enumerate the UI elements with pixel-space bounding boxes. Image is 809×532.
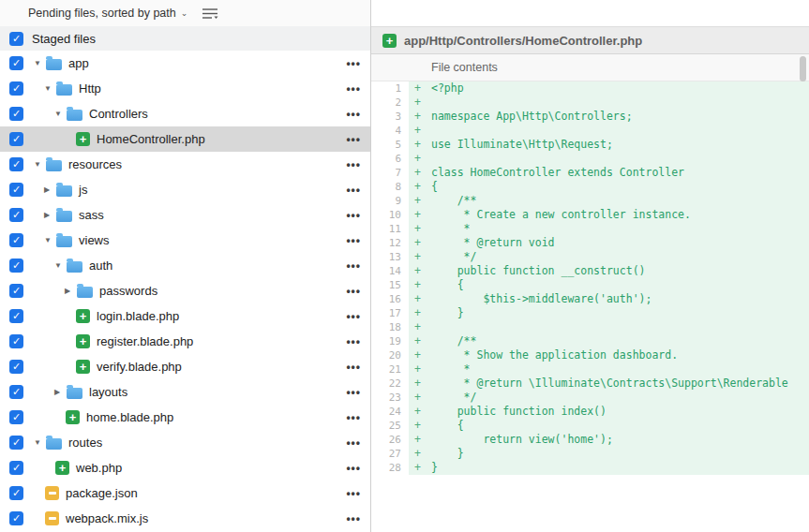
code-text: */ (426, 250, 476, 264)
scrollbar-thumb[interactable] (800, 56, 806, 81)
row-checkbox[interactable] (9, 107, 23, 121)
row-options-button[interactable] (346, 208, 361, 222)
row-options-button[interactable] (346, 385, 361, 399)
disclosure-triangle[interactable]: ▶ (65, 287, 77, 295)
row-checkbox[interactable] (9, 334, 23, 348)
row-options-button[interactable] (346, 157, 361, 171)
indent-spacer (23, 88, 44, 89)
row-options-button[interactable] (346, 486, 361, 500)
row-checkbox[interactable] (9, 461, 23, 475)
tree-row[interactable]: ▼ resources (0, 152, 370, 177)
disclosure-triangle[interactable]: ▼ (44, 236, 56, 244)
tree-row[interactable]: package.json (0, 480, 370, 506)
row-options-button[interactable] (346, 309, 361, 323)
row-options-button[interactable] (346, 360, 361, 374)
row-checkbox[interactable] (9, 410, 23, 424)
row-options-button[interactable] (346, 284, 361, 298)
indent-spacer (23, 518, 45, 519)
disclosure-triangle[interactable]: ▼ (34, 160, 46, 169)
row-options-button[interactable] (346, 259, 361, 273)
tree-item-label: HomeController.php (97, 132, 205, 146)
tree-row[interactable]: HomeController.php (0, 126, 370, 152)
added-status-icon (382, 34, 397, 48)
tree-row[interactable]: ▼ app (0, 51, 370, 76)
tree-row[interactable]: ▼ views (0, 228, 370, 253)
row-checkbox[interactable] (9, 56, 23, 70)
code-line: 17 + } (371, 306, 809, 320)
row-options-button[interactable] (346, 107, 361, 121)
row-options-button[interactable] (346, 511, 361, 525)
tree-row[interactable]: register.blade.php (0, 329, 370, 354)
row-checkbox[interactable] (9, 132, 23, 146)
view-options-button[interactable] (202, 7, 218, 20)
row-options-button[interactable] (346, 56, 361, 70)
row-options-button[interactable] (346, 233, 361, 247)
tree-row[interactable]: ▶ sass (0, 202, 370, 228)
tree-row[interactable]: verify.blade.php (0, 354, 370, 379)
tree-row[interactable]: web.php (0, 455, 370, 480)
row-options-button[interactable] (346, 410, 361, 424)
row-options-button[interactable] (346, 81, 361, 96)
tree-row[interactable]: webpack.mix.js (0, 506, 370, 531)
folder-icon (46, 438, 62, 450)
code-text: } (426, 461, 438, 475)
disclosure-triangle[interactable]: ▼ (34, 438, 46, 447)
indent-spacer (23, 290, 65, 291)
tree-row[interactable]: ▶ passwords (0, 278, 370, 303)
tree-row[interactable]: ▶ js (0, 177, 370, 202)
tree-row[interactable]: ▶ layouts (0, 379, 370, 405)
line-number: 9 (371, 194, 409, 208)
tree-row[interactable]: home.blade.php (0, 405, 370, 430)
row-options-button[interactable] (346, 436, 361, 450)
disclosure-triangle[interactable]: ▶ (44, 185, 56, 194)
row-checkbox[interactable] (9, 233, 23, 247)
row-options-button[interactable] (346, 132, 361, 146)
tree-row[interactable]: ▼ Controllers (0, 101, 370, 126)
tree-item-label: web.php (76, 461, 122, 475)
row-options-button[interactable] (346, 334, 361, 348)
disclosure-triangle[interactable]: ▶ (54, 388, 67, 396)
row-checkbox[interactable] (9, 183, 23, 197)
tree-row[interactable]: ▼ routes (0, 430, 370, 455)
line-number: 12 (371, 236, 409, 250)
code-line: 5 + use Illuminate\Http\Request; (371, 138, 809, 152)
row-options-button[interactable] (346, 461, 361, 475)
diff-line-body: + (409, 320, 809, 334)
file-path: app/Http/Controllers/HomeController.php (404, 34, 642, 48)
code-line: 18 + (371, 320, 809, 334)
tree-row[interactable]: login.blade.php (0, 303, 370, 329)
row-checkbox[interactable] (9, 309, 23, 323)
code-text (426, 152, 431, 166)
disclosure-triangle[interactable]: ▼ (34, 59, 46, 67)
row-checkbox[interactable] (9, 511, 23, 525)
disclosure-triangle[interactable]: ▼ (44, 84, 56, 93)
row-checkbox[interactable] (9, 360, 23, 374)
tree-row[interactable]: ▼ auth (0, 253, 370, 278)
row-checkbox[interactable] (9, 385, 23, 399)
disclosure-triangle[interactable]: ▶ (44, 211, 56, 219)
diff-add-sign: + (409, 433, 426, 447)
folder-icon (56, 84, 72, 96)
row-checkbox[interactable] (9, 157, 23, 171)
diff-line-body: + * @return \Illuminate\Contracts\Suppor… (409, 377, 809, 391)
indent-spacer (23, 63, 34, 64)
disclosure-triangle[interactable]: ▼ (54, 110, 67, 118)
diff-add-sign: + (409, 222, 426, 236)
code-text: <?php (426, 81, 464, 96)
sort-dropdown[interactable]: Pending files, sorted by path ⌄ (28, 7, 187, 20)
row-checkbox[interactable] (9, 81, 23, 96)
row-checkbox[interactable] (9, 436, 23, 450)
row-checkbox[interactable] (9, 259, 23, 273)
row-checkbox[interactable] (9, 208, 23, 222)
line-number: 2 (371, 96, 409, 110)
diff-line-body: + } (409, 447, 809, 461)
row-checkbox[interactable] (9, 284, 23, 298)
staged-files-checkbox[interactable] (9, 32, 23, 46)
code-line: 7 + class HomeController extends Control… (371, 166, 809, 180)
tree-row[interactable]: ▼ Http (0, 76, 370, 101)
disclosure-triangle[interactable]: ▼ (54, 261, 67, 270)
diff-add-sign: + (409, 110, 426, 124)
row-options-button[interactable] (346, 183, 361, 197)
code-text: * @return void (426, 236, 555, 250)
row-checkbox[interactable] (9, 486, 23, 500)
